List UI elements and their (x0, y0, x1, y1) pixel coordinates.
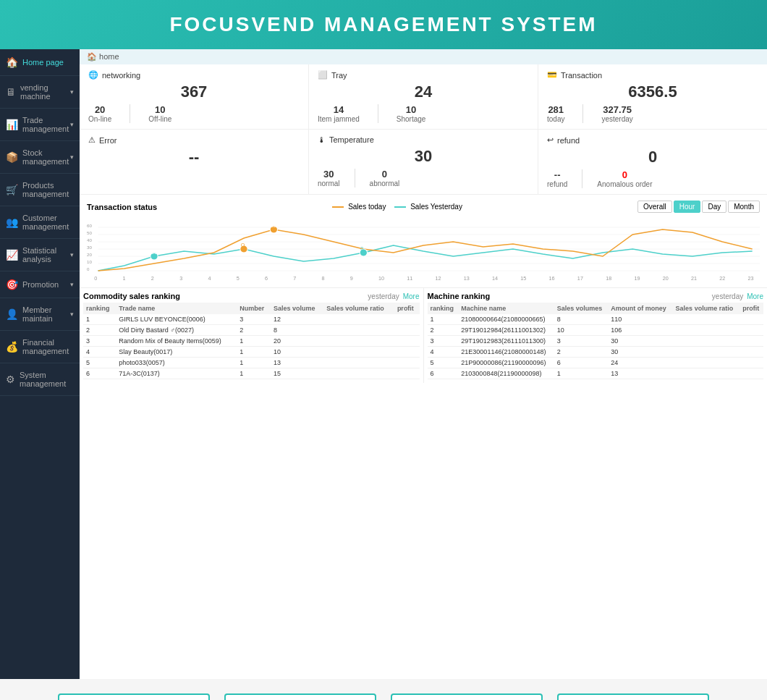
machine-yesterday-label: yesterday (712, 292, 743, 300)
commodity-more-link[interactable]: More (403, 292, 420, 300)
svg-text:21: 21 (691, 276, 697, 282)
trade-icon: 📊 (6, 119, 18, 130)
chevron-down-icon: ▾ (70, 311, 74, 318)
chevron-down-icon: ▾ (70, 88, 74, 96)
stat-refund: ↩ refund 0 --refund 0Anomalous order (538, 130, 767, 194)
chart-svg: 0 1 2 3 4 5 6 7 8 9 10 11 12 13 14 15 16… (87, 216, 760, 282)
sidebar-item-products[interactable]: 🛒 Products management (0, 174, 80, 206)
svg-text:11: 11 (407, 276, 412, 282)
chevron-down-icon: ▾ (70, 153, 74, 161)
col-ranking: ranking (83, 303, 116, 314)
sidebar-item-member[interactable]: 👤 Member maintain ▾ (0, 298, 80, 331)
chart-btn-overall[interactable]: Overall (637, 201, 672, 213)
sidebar-item-promotion[interactable]: 🎯 Promotion ▾ (0, 271, 80, 298)
networking-icon: 🌐 (88, 70, 98, 80)
chevron-down-icon: ▾ (70, 121, 74, 128)
svg-text:14: 14 (492, 276, 498, 282)
promotion-icon: 🎯 (6, 279, 18, 290)
svg-text:5: 5 (237, 276, 240, 282)
sidebar-item-vending[interactable]: 🖥 vending machine ▾ (0, 76, 80, 109)
chart-btn-month[interactable]: Month (728, 201, 760, 213)
svg-text:32.7: 32.7 (271, 223, 281, 229)
svg-text:0: 0 (360, 246, 363, 252)
commodity-table-title: Commodity sales ranking (83, 292, 180, 300)
svg-text:8: 8 (321, 276, 324, 282)
table-row: 521P90000086(21190000096)624 (428, 358, 764, 368)
sidebar: 🏠 Home page 🖥 vending machine ▾ 📊 Trade … (0, 49, 80, 679)
card-electronic[interactable]: ELECTRONIC MANAGEMENT (224, 693, 376, 700)
commodity-table: ranking Trade name Number Sales volume S… (83, 303, 420, 379)
svg-text:20: 20 (663, 276, 669, 282)
card-devices[interactable]: DEVICES MANAGEMENT (58, 693, 210, 700)
sidebar-item-system[interactable]: ⚙ System management (0, 363, 80, 396)
table-row: 329T19012983(26111011300)330 (428, 336, 764, 347)
chart-legend: Sales today Sales Yesterday (332, 203, 462, 211)
machine-table: ranking Machine name Sales volumes Amoun… (428, 303, 764, 379)
sidebar-item-label: Financial management (22, 338, 74, 355)
col-sales-volumes: Sales volumes (554, 303, 609, 314)
vending-icon: 🖥 (6, 86, 16, 98)
customer-icon: 👥 (6, 216, 18, 228)
col-number: Number (237, 303, 271, 314)
refund-icon: ↩ (547, 135, 554, 145)
svg-text:10: 10 (87, 259, 93, 264)
sidebar-item-label: Stock management (22, 148, 70, 166)
svg-text:30: 30 (87, 245, 93, 250)
svg-text:60: 60 (87, 223, 93, 228)
chart-btn-day[interactable]: Day (702, 201, 726, 213)
svg-text:3: 3 (179, 276, 182, 282)
commodity-table-section: Commodity sales ranking yesterday More r… (80, 288, 424, 383)
transaction-icon: 💳 (547, 70, 557, 80)
legend-yesterday: Sales Yesterday (394, 203, 462, 211)
chart-area: Transaction status Sales today Sales Yes… (80, 195, 767, 288)
error-icon: ⚠ (88, 135, 96, 145)
stat-error: ⚠ Error -- (80, 130, 309, 194)
svg-text:23: 23 (747, 276, 753, 282)
svg-text:19: 19 (634, 276, 640, 282)
cards-row-1: DEVICES MANAGEMENT ELECTRONIC MANAGEMENT (29, 693, 738, 700)
svg-text:16: 16 (549, 276, 555, 282)
svg-text:0: 0 (94, 276, 97, 282)
machine-table-title: Machine ranking (428, 292, 491, 300)
sidebar-item-label: Products management (22, 181, 74, 198)
stats-row-1: 🌐 networking 367 20On-line 10Off-line ⬜ … (80, 64, 767, 130)
sidebar-item-customer[interactable]: 👥 Customer management (0, 206, 80, 239)
svg-text:12: 12 (436, 276, 441, 282)
legend-today: Sales today (332, 203, 386, 211)
page-header: FOCUSVEND MANAGEMENT SYSTEM (0, 0, 767, 49)
stock-icon: 📦 (6, 151, 18, 163)
sidebar-item-statistical[interactable]: 📈 Statistical analysis ▾ (0, 239, 80, 271)
sidebar-item-financial[interactable]: 💰 Financial management (0, 331, 80, 363)
table-row: 229T19012984(26111001302)10106 (428, 325, 764, 336)
stat-tray: ⬜ Tray 24 14Item jammed 10Shortage (309, 64, 538, 129)
financial-icon: 💰 (6, 341, 18, 353)
svg-text:10: 10 (378, 276, 384, 282)
sidebar-item-label: Home page (22, 58, 64, 67)
stats-row-2: ⚠ Error -- 🌡 Temperature 30 30normal 0ab… (80, 130, 767, 195)
system-icon: ⚙ (6, 374, 15, 385)
chart-buttons: Overall Hour Day Month (637, 201, 760, 213)
sidebar-item-label: Statistical analysis (22, 246, 70, 263)
sidebar-item-stock[interactable]: 📦 Stock management ▾ (0, 141, 80, 174)
cards-section: DEVICES MANAGEMENT ELECTRONIC MANAGEMENT (0, 679, 767, 700)
dashboard: 🏠 home 🌐 networking 367 20On-line 10Off-… (80, 49, 767, 679)
svg-text:40: 40 (87, 237, 93, 243)
table-row: 421E30001146(21080000148)230 (428, 347, 764, 358)
sidebar-item-label: Member maintain (22, 305, 70, 323)
table-row: 4Slay Beauty(0017)110 (83, 347, 420, 358)
svg-text:6: 6 (265, 276, 268, 282)
card-user[interactable]: USER MANAGMEENT (391, 693, 543, 700)
sidebar-item-trade[interactable]: 📊 Trade management ▾ (0, 109, 80, 141)
sidebar-item-home[interactable]: 🏠 Home page (0, 49, 80, 76)
member-icon: 👤 (6, 308, 18, 320)
card-stock[interactable]: STOCK LEVEL REPORT (557, 693, 709, 700)
stat-temperature: 🌡 Temperature 30 30normal 0abnormal (309, 130, 538, 194)
commodity-yesterday-label: yesterday (368, 292, 399, 300)
machine-more-link[interactable]: More (747, 292, 763, 300)
stat-transaction: 💳 Transaction 6356.5 281today 327.75yest… (538, 64, 767, 129)
svg-text:1: 1 (123, 276, 126, 282)
sidebar-item-label: Trade management (22, 116, 70, 133)
chevron-down-icon: ▾ (70, 281, 74, 288)
chart-btn-hour[interactable]: Hour (674, 201, 701, 213)
chart-title: Transaction status (87, 203, 157, 211)
